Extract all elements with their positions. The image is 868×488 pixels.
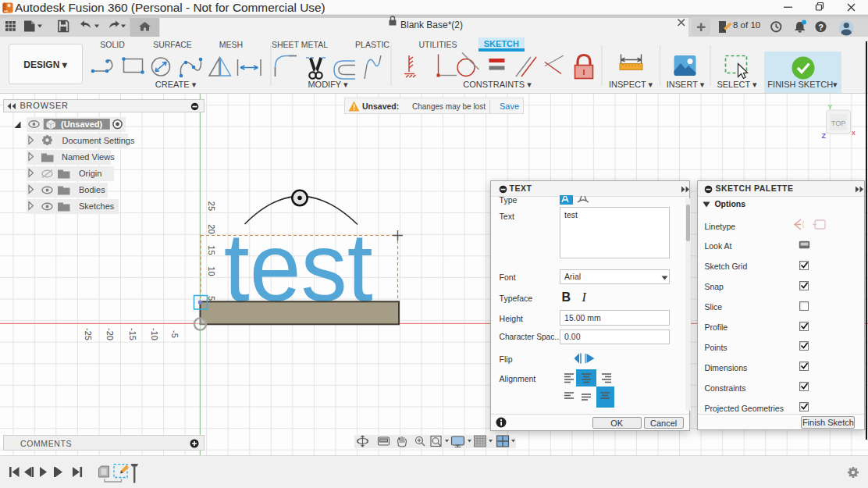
svg-text:?: ?: [818, 22, 824, 31]
svg-text:Z: Z: [822, 132, 827, 140]
svg-text:-15: -15: [128, 328, 137, 340]
svg-text:-20: -20: [105, 328, 115, 340]
svg-text:x: x: [852, 129, 856, 137]
svg-text:15: 15: [207, 245, 216, 255]
svg-text:-5: -5: [170, 330, 180, 338]
svg-text:TOP: TOP: [831, 119, 845, 127]
svg-text:5: 5: [207, 296, 216, 301]
svg-text:-25: -25: [84, 328, 93, 340]
svg-text:10: 10: [207, 266, 216, 276]
svg-text:Y: Y: [828, 103, 833, 111]
svg-text:-10: -10: [150, 328, 159, 340]
